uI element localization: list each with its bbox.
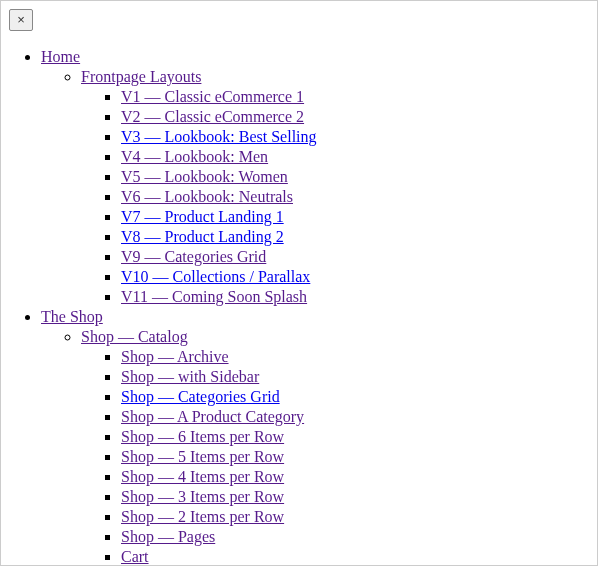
nav-item-v1-classic-ecommerce-1: V1 — Classic eCommerce 1 [121,87,597,107]
nav-link-v10-collections-parallax[interactable]: V10 — Collections / Parallax [121,268,310,285]
nav-link-v7-product-landing-1[interactable]: V7 — Product Landing 1 [121,208,284,225]
nav-item-v7-product-landing-1: V7 — Product Landing 1 [121,207,597,227]
nav-menu: HomeFrontpage LayoutsV1 — Classic eComme… [1,47,597,566]
nav-link-shop-archive[interactable]: Shop — Archive [121,348,229,365]
nav-item-v3-lookbook-best-selling: V3 — Lookbook: Best Selling [121,127,597,147]
nav-item-frontpage-layouts: Frontpage LayoutsV1 — Classic eCommerce … [81,67,597,307]
nav-link-the-shop[interactable]: The Shop [41,308,103,325]
nav-item-shop-2-items-per-row: Shop — 2 Items per Row [121,507,597,527]
nav-item-shop-3-items-per-row: Shop — 3 Items per Row [121,487,597,507]
nav-link-shop-3-items-per-row[interactable]: Shop — 3 Items per Row [121,488,284,505]
menu-panel: × HomeFrontpage LayoutsV1 — Classic eCom… [0,0,598,566]
nav-item-v5-lookbook-women: V5 — Lookbook: Women [121,167,597,187]
nav-item-shop-archive: Shop — Archive [121,347,597,367]
nav-item-shop-5-items-per-row: Shop — 5 Items per Row [121,447,597,467]
nav-item-v8-product-landing-2: V8 — Product Landing 2 [121,227,597,247]
nav-link-shop-categories-grid[interactable]: Shop — Categories Grid [121,388,280,405]
nav-link-v6-lookbook-neutrals[interactable]: V6 — Lookbook: Neutrals [121,188,293,205]
nav-link-v5-lookbook-women[interactable]: V5 — Lookbook: Women [121,168,288,185]
nav-link-shop-a-product-category[interactable]: Shop — A Product Category [121,408,304,425]
nav-link-frontpage-layouts[interactable]: Frontpage Layouts [81,68,201,85]
nav-submenu-the-shop: Shop — CatalogShop — ArchiveShop — with … [41,327,597,566]
close-button[interactable]: × [9,9,33,31]
nav-item-v6-lookbook-neutrals: V6 — Lookbook: Neutrals [121,187,597,207]
nav-item-shop-with-sidebar: Shop — with Sidebar [121,367,597,387]
nav-item-v10-collections-parallax: V10 — Collections / Parallax [121,267,597,287]
nav-item-shop-a-product-category: Shop — A Product Category [121,407,597,427]
nav-link-shop-6-items-per-row[interactable]: Shop — 6 Items per Row [121,428,284,445]
nav-link-v4-lookbook-men[interactable]: V4 — Lookbook: Men [121,148,268,165]
nav-item-home: HomeFrontpage LayoutsV1 — Classic eComme… [41,47,597,307]
nav-link-shop-catalog[interactable]: Shop — Catalog [81,328,188,345]
nav-link-shop-5-items-per-row[interactable]: Shop — 5 Items per Row [121,448,284,465]
nav-submenu-shop-catalog: Shop — ArchiveShop — with SidebarShop — … [81,347,597,566]
nav-item-v11-coming-soon-splash: V11 — Coming Soon Splash [121,287,597,307]
nav-item-v4-lookbook-men: V4 — Lookbook: Men [121,147,597,167]
nav-link-shop-with-sidebar[interactable]: Shop — with Sidebar [121,368,259,385]
nav-item-shop-6-items-per-row: Shop — 6 Items per Row [121,427,597,447]
nav-item-v9-categories-grid: V9 — Categories Grid [121,247,597,267]
nav-item-shop-4-items-per-row: Shop — 4 Items per Row [121,467,597,487]
nav-item-shop-catalog: Shop — CatalogShop — ArchiveShop — with … [81,327,597,566]
nav-item-v2-classic-ecommerce-2: V2 — Classic eCommerce 2 [121,107,597,127]
nav-link-shop-pages[interactable]: Shop — Pages [121,528,215,545]
nav-submenu-frontpage-layouts: V1 — Classic eCommerce 1V2 — Classic eCo… [81,87,597,307]
nav-link-cart[interactable]: Cart [121,548,149,565]
nav-item-shop-categories-grid: Shop — Categories Grid [121,387,597,407]
nav-item-shop-pages: Shop — Pages [121,527,597,547]
nav-link-home[interactable]: Home [41,48,80,65]
nav-link-v9-categories-grid[interactable]: V9 — Categories Grid [121,248,266,265]
nav-link-v2-classic-ecommerce-2[interactable]: V2 — Classic eCommerce 2 [121,108,304,125]
nav-submenu-home: Frontpage LayoutsV1 — Classic eCommerce … [41,67,597,307]
nav-link-v1-classic-ecommerce-1[interactable]: V1 — Classic eCommerce 1 [121,88,304,105]
nav-link-v11-coming-soon-splash[interactable]: V11 — Coming Soon Splash [121,288,307,305]
nav-item-the-shop: The ShopShop — CatalogShop — ArchiveShop… [41,307,597,566]
nav-link-shop-2-items-per-row[interactable]: Shop — 2 Items per Row [121,508,284,525]
nav-link-v3-lookbook-best-selling[interactable]: V3 — Lookbook: Best Selling [121,128,317,145]
nav-link-v8-product-landing-2[interactable]: V8 — Product Landing 2 [121,228,284,245]
nav-item-cart: Cart [121,547,597,566]
nav-link-shop-4-items-per-row[interactable]: Shop — 4 Items per Row [121,468,284,485]
